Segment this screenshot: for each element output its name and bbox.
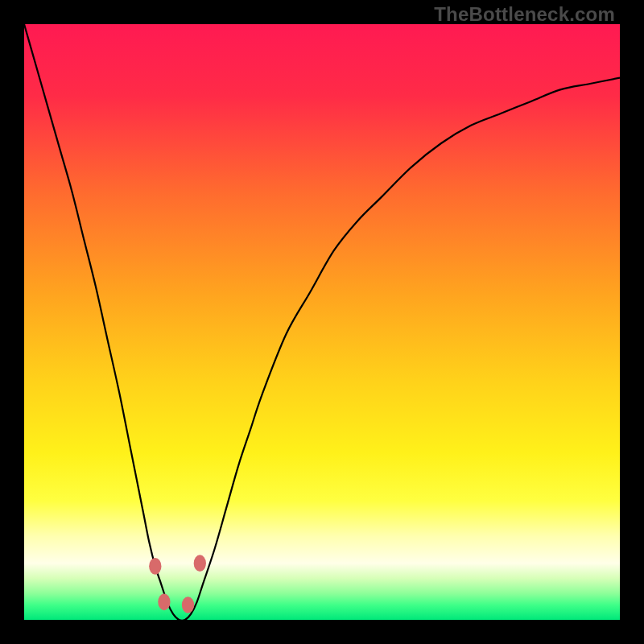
marker-dot <box>149 558 161 575</box>
watermark-text: TheBottleneck.com <box>434 3 615 26</box>
marker-dot <box>158 593 170 610</box>
bottleneck-chart <box>24 24 620 620</box>
marker-dot <box>194 555 206 572</box>
chart-background <box>24 24 620 620</box>
marker-dot <box>182 597 194 613</box>
chart-frame <box>24 24 620 620</box>
